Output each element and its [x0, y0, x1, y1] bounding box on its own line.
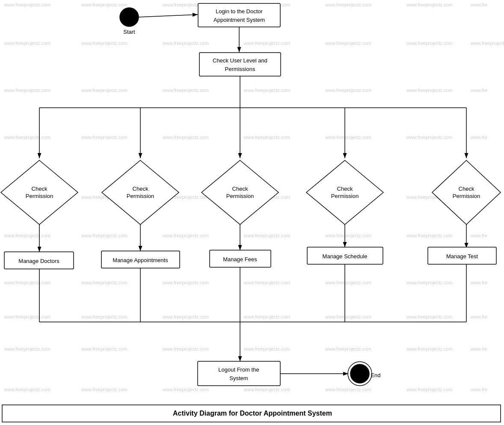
check-permissions-line1: Check User Level and	[213, 57, 267, 64]
svg-text:www.freeprojectz.com: www.freeprojectz.com	[162, 41, 209, 46]
svg-text:www.freeprojectz.com: www.freeprojectz.com	[325, 41, 371, 46]
svg-text:www.freeprojectz.com: www.freeprojectz.com	[325, 280, 371, 285]
diamond-3	[202, 160, 279, 224]
login-text-line2: Appointment System	[213, 17, 265, 23]
svg-text:www.freeprojectz.com: www.freeprojectz.com	[406, 2, 453, 7]
svg-text:www.fre: www.fre	[470, 2, 487, 7]
svg-text:www.freeprojectz.com: www.freeprojectz.com	[81, 346, 127, 351]
manage-fees-text: Manage Fees	[223, 256, 257, 263]
svg-text:www.freeprojectz.com: www.freeprojectz.com	[406, 233, 453, 238]
svg-text:www.freeprojectz.com: www.freeprojectz.com	[243, 387, 290, 392]
svg-text:www.freeprojectz.com: www.freeprojectz.com	[243, 314, 290, 319]
diamond-2	[102, 160, 179, 224]
svg-text:www.freeprojectz.com: www.freeprojectz.com	[325, 233, 371, 238]
d5-text2: Permission	[453, 193, 480, 199]
check-permissions-line2: Permissions	[225, 66, 255, 72]
svg-text:www.freeprojectz.com: www.freeprojectz.com	[81, 387, 127, 392]
svg-text:www.freeprojectz.com: www.freeprojectz.com	[406, 280, 453, 285]
svg-text:www.freeprojectz.com: www.freeprojectz.com	[162, 233, 209, 238]
login-text-line1: Login to the Doctor	[216, 8, 263, 15]
svg-text:www.fre: www.fre	[470, 314, 487, 319]
svg-text:www.freeproject: www.freeproject	[470, 41, 504, 46]
svg-text:www.freeprojectz.com: www.freeprojectz.com	[4, 346, 50, 351]
svg-text:www.freeprojectz.com: www.freeprojectz.com	[406, 135, 453, 140]
svg-text:www.freeprojectz.com: www.freeprojectz.com	[325, 88, 371, 93]
diagram-area: www.freeprojectz.com www.freeprojectz.co…	[0, 0, 504, 425]
svg-text:www.fre: www.fre	[470, 387, 487, 392]
svg-text:www.freeprojectz.com: www.freeprojectz.com	[406, 314, 453, 319]
diagram-title: Activity Diagram for Doctor Appointment …	[173, 410, 332, 417]
svg-text:www.freeprojectz.com: www.freeprojectz.com	[162, 88, 209, 93]
d1-text2: Permission	[26, 193, 53, 199]
svg-text:www.freeprojectz.com: www.freeprojectz.com	[243, 88, 290, 93]
svg-text:www.freeprojectz.com: www.freeprojectz.com	[162, 135, 209, 140]
svg-text:www.freeprojectz.com: www.freeprojectz.com	[4, 88, 50, 93]
svg-text:www.freeprojectz.com: www.freeprojectz.com	[325, 135, 371, 140]
svg-text:www.freeprojectz.com: www.freeprojectz.com	[4, 2, 50, 7]
start-circle	[120, 8, 139, 27]
logout-box	[198, 361, 280, 386]
svg-text:www.freeprojectz.com: www.freeprojectz.com	[4, 314, 50, 319]
end-label: End	[371, 372, 380, 378]
svg-text:www.freeprojectz.com: www.freeprojectz.com	[81, 314, 127, 319]
check-permissions-box	[199, 53, 281, 76]
logout-text-line2: System	[229, 375, 248, 381]
svg-text:www.freeprojectz.com: www.freeprojectz.com	[243, 346, 290, 351]
svg-text:www.freeprojectz.com: www.freeprojectz.com	[406, 88, 453, 93]
svg-text:www.freeprojectz.com: www.freeprojectz.com	[162, 387, 209, 392]
svg-text:www.freeprojectz.com: www.freeprojectz.com	[81, 41, 127, 46]
svg-text:www.freeprojectz.com: www.freeprojectz.com	[243, 135, 290, 140]
d4-text1: Check	[337, 186, 353, 192]
manage-doctors-text: Manage Doctors	[18, 258, 59, 264]
svg-text:www.freeprojectz.com: www.freeprojectz.com	[81, 88, 127, 93]
d5-text1: Check	[459, 186, 474, 192]
arrow-start-to-login	[139, 15, 198, 17]
svg-text:www.freeprojectz.com: www.freeprojectz.com	[4, 135, 50, 140]
d1-text1: Check	[32, 186, 47, 192]
svg-text:www.freeprojectz.com: www.freeprojectz.com	[162, 280, 209, 285]
svg-text:www.freeprojectz.com: www.freeprojectz.com	[81, 135, 127, 140]
svg-text:www.freeprojectz.com: www.freeprojectz.com	[81, 280, 127, 285]
svg-text:www.fre: www.fre	[470, 88, 487, 93]
svg-text:www.fre: www.fre	[470, 280, 487, 285]
svg-text:www.freeprojectz.com: www.freeprojectz.com	[162, 314, 209, 319]
svg-text:www.fre: www.fre	[470, 135, 487, 140]
svg-text:www.freeprojectz.com: www.freeprojectz.com	[325, 2, 371, 7]
svg-text:www.freeprojectz.com: www.freeprojectz.com	[406, 346, 453, 351]
svg-text:www.freeprojectz.com: www.freeprojectz.com	[406, 387, 453, 392]
svg-text:www.freeprojectz.com: www.freeprojectz.com	[4, 387, 50, 392]
svg-text:www.freeprojectz.com: www.freeprojectz.com	[243, 41, 290, 46]
manage-test-text: Manage Test	[446, 253, 478, 260]
svg-text:www.freeprojectz.com: www.freeprojectz.com	[81, 2, 127, 7]
manage-schedule-text: Manage Schedule	[323, 253, 368, 260]
login-box	[198, 3, 280, 27]
svg-text:www.freeprojectz.com: www.freeprojectz.com	[406, 41, 453, 46]
svg-text:www.freeprojectz.com: www.freeprojectz.com	[325, 346, 371, 351]
svg-text:www.freeprojectz.com: www.freeprojectz.com	[243, 280, 290, 285]
svg-text:www.freeprojectz.com: www.freeprojectz.com	[4, 41, 50, 46]
svg-text:www.freeprojectz.com: www.freeprojectz.com	[4, 233, 50, 238]
manage-appointments-text: Manage Appointments	[113, 257, 168, 263]
svg-text:www.freeprojectz.com: www.freeprojectz.com	[325, 314, 371, 319]
diamond-4	[306, 160, 383, 224]
d3-text2: Permission	[226, 193, 254, 199]
d4-text2: Permission	[331, 193, 359, 199]
start-label: Start	[123, 29, 135, 35]
d2-text2: Permission	[127, 193, 154, 199]
end-circle	[350, 364, 369, 383]
d3-text1: Check	[232, 186, 248, 192]
svg-text:www.freeprojectz.com: www.freeprojectz.com	[162, 346, 209, 351]
svg-text:www.freeprojectz.com: www.freeprojectz.com	[81, 233, 127, 238]
svg-text:www.freeprojectz.com: www.freeprojectz.com	[243, 233, 290, 238]
diamond-5	[432, 160, 501, 224]
diamond-1	[1, 160, 78, 224]
svg-text:www.freeprojectz.com: www.freeprojectz.com	[325, 387, 371, 392]
svg-text:www.freeprojectz.com: www.freeprojectz.com	[4, 280, 50, 285]
logout-text-line1: Logout From the	[218, 366, 259, 373]
svg-text:www.fre: www.fre	[470, 346, 487, 351]
d2-text1: Check	[133, 186, 148, 192]
svg-text:www.fre: www.fre	[470, 233, 487, 238]
